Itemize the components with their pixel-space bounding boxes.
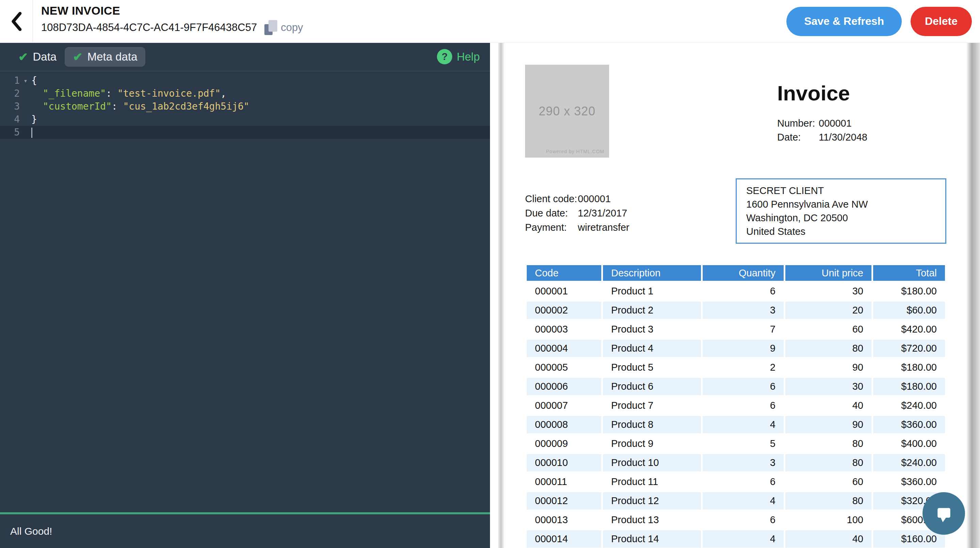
copy-label: copy — [281, 21, 303, 34]
invoice-table-body: 000001Product 1630$180.00000002Product 2… — [527, 282, 945, 548]
save-refresh-button[interactable]: Save & Refresh — [786, 7, 902, 36]
column-header-total: Total — [873, 265, 945, 281]
client-name: SECRET CLIENT — [746, 184, 936, 198]
preview-scrollbar-left[interactable] — [498, 43, 504, 548]
code-line[interactable]: 4} — [0, 113, 490, 126]
placeholder-size-label: 290 x 320 — [539, 104, 595, 118]
invoice-table-cell: 000004 — [527, 340, 601, 357]
invoice-table-cell: 4 — [703, 530, 784, 548]
invoice-table-cell: Product 3 — [603, 321, 701, 338]
invoice-document: 290 x 320 Powered by HTML.COM Invoice Nu… — [525, 65, 946, 548]
invoice-table-cell: 000003 — [527, 321, 601, 338]
invoice-table-cell: Product 2 — [603, 301, 701, 319]
help-link[interactable]: ? Help — [437, 49, 480, 64]
client-section: Client code: 000001 Due date: 12/31/2017… — [525, 178, 946, 244]
code-text — [31, 126, 32, 139]
invoice-table-cell: Product 10 — [603, 454, 701, 472]
invoice-table-cell: 000010 — [527, 454, 601, 472]
invoice-table-cell: 6 — [703, 473, 784, 491]
invoice-table-row: 000009Product 9580$400.00 — [527, 435, 945, 452]
invoice-table-cell: 6 — [703, 378, 784, 395]
page-title: NEW INVOICE — [41, 4, 303, 18]
code-line[interactable]: 1▾{ — [0, 74, 490, 87]
check-icon: ✔ — [73, 50, 83, 64]
invoice-table-cell: 9 — [703, 340, 784, 357]
column-header-quantity: Quantity — [703, 265, 784, 281]
copy-button[interactable]: copy — [264, 20, 303, 35]
invoice-table-cell: $360.00 — [873, 473, 945, 491]
invoice-table-cell: 000001 — [527, 282, 601, 300]
invoice-table-cell: 90 — [785, 359, 872, 376]
column-header-unit-price: Unit price — [785, 265, 872, 281]
invoice-table-cell: 6 — [703, 397, 784, 414]
code-text: { — [31, 74, 37, 87]
code-text: "customerId": "cus_1ab2cd3ef4gh5ij6" — [31, 100, 250, 113]
invoice-meta-row: Date: 11/30/2048 — [777, 131, 946, 144]
invoice-table-row: 000011Product 11660$360.00 — [527, 473, 945, 491]
invoice-table-cell: $400.00 — [873, 435, 945, 452]
invoice-table-cell: $180.00 — [873, 282, 945, 300]
fold-spacer — [20, 100, 31, 113]
client-meta-block: Client code: 000001 Due date: 12/31/2017… — [525, 178, 630, 244]
invoice-table-cell: 000013 — [527, 511, 601, 529]
back-button[interactable] — [0, 0, 33, 43]
invoice-table-cell: 3 — [703, 301, 784, 319]
invoice-title: Invoice — [777, 82, 946, 105]
invoice-table-row: 000004Product 4980$720.00 — [527, 340, 945, 357]
client-meta-row: Due date: 12/31/2017 — [525, 206, 630, 220]
invoice-table-cell: Product 6 — [603, 378, 701, 395]
client-address-box: SECRET CLIENT 1600 Pennsylvania Ave NW W… — [736, 178, 946, 244]
line-number: 4 — [0, 113, 20, 126]
invoice-preview-pane: 290 x 320 Powered by HTML.COM Invoice Nu… — [490, 43, 980, 548]
code-line[interactable]: 3 "customerId": "cus_1ab2cd3ef4gh5ij6" — [0, 100, 490, 113]
client-code-value: 000001 — [578, 192, 611, 206]
editor-panel: ✔ Data ✔ Meta data ? Help 1▾{2 "_filenam… — [0, 43, 490, 548]
invoice-table-cell: 80 — [785, 492, 872, 510]
preview-scrollbar-right[interactable] — [966, 43, 980, 548]
code-line[interactable]: 5 — [0, 126, 490, 139]
invoice-table-cell: 40 — [785, 530, 872, 548]
fold-toggle-icon[interactable]: ▾ — [20, 74, 31, 87]
code-text: } — [31, 113, 37, 126]
invoice-date-value: 11/30/2048 — [819, 131, 867, 144]
app-window: NEW INVOICE 108D73DA-4854-4C7C-AC41-9F7F… — [0, 0, 980, 548]
invoice-table-cell: 2 — [703, 359, 784, 376]
invoice-table-cell: 6 — [703, 511, 784, 529]
logo-placeholder-image: 290 x 320 Powered by HTML.COM — [525, 65, 609, 158]
editor-status-bar: All Good! — [0, 512, 490, 548]
invoice-table-cell: 000014 — [527, 530, 601, 548]
invoice-table-cell: $240.00 — [873, 397, 945, 414]
invoice-meta-row: Number: 000001 — [777, 116, 946, 131]
invoice-table-row: 000005Product 5290$180.00 — [527, 359, 945, 376]
invoice-table-cell: Product 1 — [603, 282, 701, 300]
invoice-title-column: Invoice Number: 000001 Date: 11/30/2048 — [777, 65, 946, 158]
invoice-date-label: Date: — [777, 131, 819, 144]
tab-data[interactable]: ✔ Data — [10, 47, 65, 67]
invoice-table-cell: $720.00 — [873, 340, 945, 357]
invoice-table-cell: 80 — [785, 454, 872, 472]
code-line[interactable]: 2 "_filename": "test-invoice.pdf", — [0, 87, 490, 100]
fold-spacer — [20, 126, 31, 139]
delete-button[interactable]: Delete — [911, 7, 972, 36]
line-number: 5 — [0, 126, 20, 139]
invoice-table-cell: $420.00 — [873, 321, 945, 338]
invoice-table-cell: 80 — [785, 340, 872, 357]
invoice-table-row: 000006Product 6630$180.00 — [527, 378, 945, 395]
invoice-table-cell: $180.00 — [873, 378, 945, 395]
invoice-table-row: 000001Product 1630$180.00 — [527, 282, 945, 300]
line-number: 1 — [0, 74, 20, 87]
text-cursor — [31, 127, 32, 138]
chat-widget-button[interactable] — [923, 492, 965, 535]
invoice-table-row: 000013Product 136100$600.00 — [527, 511, 945, 529]
invoice-table-cell: Product 14 — [603, 530, 701, 548]
json-code-editor[interactable]: 1▾{2 "_filename": "test-invoice.pdf",3 "… — [0, 72, 490, 512]
invoice-table-row: 000010Product 10380$240.00 — [527, 454, 945, 472]
code-text: "_filename": "test-invoice.pdf", — [31, 87, 226, 100]
invoice-table-cell: 000009 — [527, 435, 601, 452]
client-meta-row: Payment: wiretransfer — [525, 220, 630, 234]
check-icon: ✔ — [18, 50, 28, 64]
invoice-table-cell: $180.00 — [873, 359, 945, 376]
invoice-table-cell: Product 13 — [603, 511, 701, 529]
tab-meta-data[interactable]: ✔ Meta data — [65, 47, 145, 67]
invoice-table-row: 000008Product 8490$360.00 — [527, 416, 945, 433]
